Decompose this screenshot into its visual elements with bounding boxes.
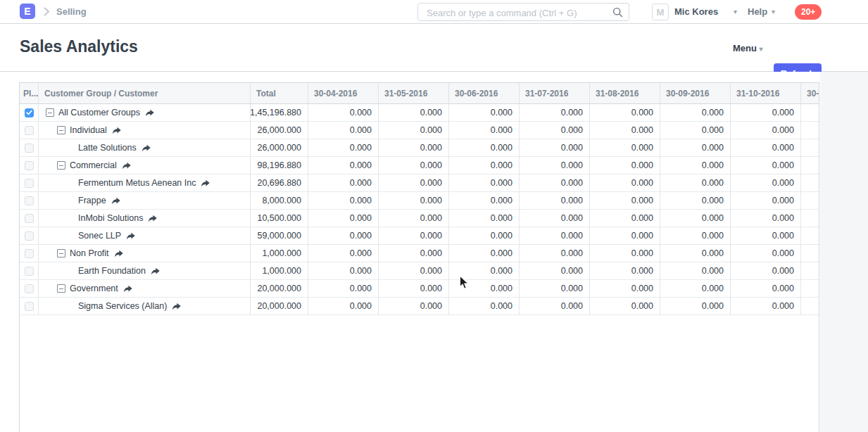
month-value-cell: 0.000	[590, 262, 660, 279]
month-value-cell: 0.000	[449, 192, 520, 209]
month-value-cell: 0.000	[520, 122, 590, 139]
month-value-cell: 0.000	[308, 245, 379, 262]
row-label: InMobi Solutions	[78, 213, 143, 223]
month-value-cell: 0.000	[308, 122, 379, 139]
month-value-cell: 0.000	[590, 157, 660, 174]
open-link-icon[interactable]	[148, 215, 157, 222]
row-checkbox-cell	[20, 157, 39, 174]
row-checkbox[interactable]	[25, 214, 34, 223]
row-checkbox[interactable]	[25, 231, 34, 241]
table-row[interactable]: InMobi Solutions10,500.0000.0000.0000.00…	[20, 210, 819, 227]
row-label: Sonec LLP	[78, 231, 121, 241]
total-cell: 26,000.000	[251, 122, 308, 139]
open-link-icon[interactable]	[172, 303, 181, 310]
breadcrumb[interactable]: Selling	[56, 6, 87, 17]
month-value-cell: 0.000	[308, 104, 379, 121]
month-value-cell: 0.000	[379, 280, 449, 297]
total-cell: 20,000.000	[251, 298, 308, 315]
row-checkbox[interactable]	[25, 284, 34, 293]
app-logo[interactable]: E	[20, 4, 35, 19]
checkbox-column-header: Pl...	[20, 83, 39, 103]
month-column-header: 31-08-2016	[590, 83, 660, 103]
open-link-icon[interactable]	[123, 285, 132, 293]
row-checkbox[interactable]	[25, 126, 34, 135]
open-link-icon[interactable]	[112, 127, 121, 134]
open-link-icon[interactable]	[126, 232, 135, 240]
month-value-cell: 0.000	[379, 210, 449, 227]
table-row[interactable]: Frappe8,000.0000.0000.0000.0000.0000.000…	[20, 192, 819, 210]
month-value-cell: 0.000	[660, 174, 731, 191]
open-link-icon[interactable]	[111, 197, 120, 205]
table-row[interactable]: Non Profit1,000.0000.0000.0000.0000.0000…	[20, 245, 819, 262]
row-checkbox[interactable]	[25, 249, 34, 258]
month-value-cell: 0.000	[731, 298, 801, 315]
collapse-icon[interactable]	[57, 284, 65, 293]
help-menu[interactable]: Help	[748, 6, 767, 17]
row-label: Individual	[70, 125, 107, 135]
truncated-month-cell	[801, 139, 819, 156]
search-icon[interactable]	[612, 7, 623, 18]
month-value-cell: 0.000	[660, 192, 731, 209]
open-link-icon[interactable]	[151, 267, 160, 275]
table-row[interactable]: Government20,000.0000.0000.0000.0000.000…	[20, 280, 819, 298]
table-row[interactable]: Commercial98,196.8800.0000.0000.0000.000…	[20, 157, 819, 174]
tree-name-cell: Fermentum Metus Aenean Inc	[39, 174, 251, 191]
row-checkbox[interactable]	[25, 302, 34, 311]
tree-name-cell: Government	[39, 280, 251, 297]
table-row[interactable]: All Customer Groups1,45,196.8800.0000.00…	[20, 104, 819, 122]
month-value-cell: 0.000	[308, 298, 379, 315]
table-row[interactable]: Sigma Services (Allan)20,000.0000.0000.0…	[20, 298, 819, 315]
row-checkbox[interactable]	[25, 108, 34, 117]
row-checkbox-cell	[20, 192, 39, 209]
month-value-cell: 0.000	[379, 192, 449, 209]
truncated-month-cell	[801, 262, 819, 279]
table-row[interactable]: Latte Solutions26,000.0000.0000.0000.000…	[20, 139, 819, 157]
row-checkbox[interactable]	[25, 179, 34, 188]
user-menu[interactable]: Mic Kores	[674, 6, 718, 17]
collapse-icon[interactable]	[57, 126, 65, 134]
total-cell: 20,000.000	[251, 280, 308, 297]
month-value-cell: 0.000	[308, 210, 379, 227]
row-checkbox[interactable]	[25, 267, 34, 276]
month-value-cell: 0.000	[731, 245, 801, 262]
month-value-cell: 0.000	[308, 157, 379, 174]
row-label: Frappe	[78, 196, 106, 205]
month-value-cell: 0.000	[660, 122, 731, 139]
total-cell: 1,000.000	[251, 262, 308, 279]
row-checkbox-cell	[20, 298, 39, 315]
month-value-cell: 0.000	[731, 122, 801, 139]
month-column-header: 30-06-2016	[449, 83, 520, 103]
row-checkbox[interactable]	[25, 196, 34, 205]
row-checkbox[interactable]	[25, 144, 34, 153]
menu-caret-icon: ▾	[760, 45, 763, 53]
row-label: Fermentum Metus Aenean Inc	[78, 178, 196, 188]
table-row[interactable]: Earth Foundation1,000.0000.0000.0000.000…	[20, 262, 819, 280]
search-input[interactable]	[425, 4, 615, 21]
collapse-icon[interactable]	[57, 249, 65, 258]
collapse-icon[interactable]	[46, 108, 54, 117]
table-row[interactable]: Fermentum Metus Aenean Inc20,696.8800.00…	[20, 174, 819, 192]
open-link-icon[interactable]	[201, 179, 210, 187]
table-row[interactable]: Individual26,000.0000.0000.0000.0000.000…	[20, 122, 819, 139]
open-link-icon[interactable]	[145, 109, 154, 117]
open-link-icon[interactable]	[122, 162, 131, 170]
table-row[interactable]: Sonec LLP59,000.0000.0000.0000.0000.0000…	[20, 227, 819, 245]
truncated-month-cell	[801, 298, 819, 315]
menu-button[interactable]: Menu ▾	[733, 43, 763, 53]
open-link-icon[interactable]	[141, 144, 151, 152]
total-cell: 59,000.000	[251, 227, 308, 244]
row-checkbox-cell	[20, 280, 39, 297]
open-link-icon[interactable]	[114, 250, 123, 258]
truncated-month-cell	[801, 104, 819, 121]
avatar[interactable]: M	[652, 4, 669, 20]
total-cell: 8,000.000	[251, 192, 308, 209]
collapse-icon[interactable]	[57, 161, 65, 170]
row-checkbox[interactable]	[25, 161, 34, 170]
notification-badge[interactable]: 20+	[795, 4, 822, 20]
page-head: Sales Analytics Menu ▾ Refresh	[0, 24, 868, 72]
truncated-month-cell	[801, 192, 819, 209]
truncated-month-column-header: 30-11-2016	[801, 83, 819, 103]
total-cell: 26,000.000	[251, 139, 308, 156]
month-value-cell: 0.000	[449, 227, 520, 244]
month-value-cell: 0.000	[520, 210, 590, 227]
